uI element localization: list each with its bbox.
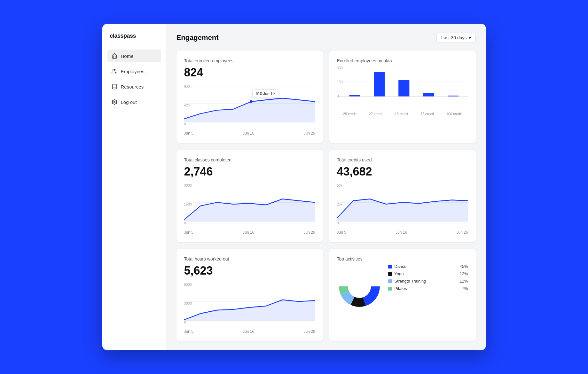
legend-dot-dance bbox=[388, 265, 392, 269]
main-header: Engagement Last 30 days ▾ bbox=[176, 33, 476, 43]
card-enrolled-employees-title: Total enrolled employees bbox=[184, 58, 315, 63]
x-label-jun5: Jun 5 bbox=[184, 131, 193, 136]
credits-chart bbox=[337, 183, 468, 228]
date-filter-label: Last 30 days bbox=[441, 35, 466, 40]
card-hours-title: Total hours worked out bbox=[184, 256, 315, 261]
svg-point-6 bbox=[250, 100, 253, 103]
svg-point-1 bbox=[114, 101, 115, 103]
card-classes-completed: Total classes completed 2,746 3000 bbox=[176, 150, 323, 242]
chart-tooltip: 610 Jun 19 bbox=[252, 90, 278, 98]
activities-legend: Dance 45% Yoga 12% bbox=[388, 264, 468, 291]
svg-point-0 bbox=[113, 69, 114, 71]
book-icon bbox=[111, 83, 118, 90]
card-enrolled-employees: Total enrolled employees 824 610 Jun 19 bbox=[176, 51, 323, 143]
legend-label-yoga: Yoga bbox=[395, 271, 404, 276]
bar-27credit bbox=[374, 72, 385, 97]
card-by-plan-title: Enrolled employees by plan bbox=[337, 58, 468, 63]
card-enrolled-employees-value: 824 bbox=[184, 66, 315, 79]
card-classes-title: Total classes completed bbox=[184, 157, 315, 162]
card-classes-value: 2,746 bbox=[184, 165, 315, 178]
y-bar-0: 0 bbox=[337, 94, 343, 98]
x-labels-credits: Jun 5 Jun 16 Jun 26 bbox=[337, 230, 468, 235]
legend-pct-dance: 45% bbox=[459, 264, 468, 269]
sidebar-item-home-label: Home bbox=[121, 53, 134, 59]
card-enrolled-by-plan: Enrolled employees by plan bbox=[329, 51, 476, 143]
legend-dot-yoga bbox=[388, 272, 392, 276]
sidebar-item-resources-label: Resources bbox=[121, 84, 144, 90]
sidebar-item-logout[interactable]: Log out bbox=[107, 96, 161, 108]
activities-content: Dance 45% Yoga 12% bbox=[337, 264, 468, 309]
settings-icon bbox=[111, 99, 118, 105]
bar-45credit bbox=[398, 80, 409, 97]
main-content: Engagement Last 30 days ▾ Total enrolled… bbox=[166, 24, 486, 350]
x-labels-enrolled: Jun 5 Jun 16 Jun 26 bbox=[184, 131, 315, 136]
enrolled-employees-chart: 610 Jun 19 bbox=[184, 84, 315, 129]
bar-25credit bbox=[349, 95, 360, 97]
sidebar-item-home[interactable]: Home bbox=[107, 50, 161, 62]
x-labels-classes: Jun 5 Jun 16 Jun 26 bbox=[184, 230, 315, 235]
card-hours-worked: Total hours worked out 5,623 6000 bbox=[176, 249, 323, 341]
hours-chart bbox=[184, 283, 315, 327]
bar-label-27: 27 credit bbox=[369, 112, 382, 116]
legend-pct-pilates: 7% bbox=[462, 286, 468, 291]
legend-item-strength: Strength Training 11% bbox=[388, 279, 468, 284]
chevron-down-icon: ▾ bbox=[469, 35, 471, 40]
logo: classpass bbox=[107, 33, 161, 39]
sidebar: classpass Home Employees bbox=[102, 24, 166, 350]
bar-75credit bbox=[423, 93, 434, 97]
classes-chart bbox=[184, 183, 315, 228]
legend-label-pilates: Pilates bbox=[395, 286, 407, 291]
legend-label-strength: Strength Training bbox=[395, 279, 426, 284]
sidebar-item-logout-label: Log out bbox=[121, 99, 137, 105]
card-activities-title: Top activities bbox=[337, 256, 468, 261]
x-label-jun26: Jun 26 bbox=[303, 131, 315, 136]
sidebar-item-resources[interactable]: Resources bbox=[107, 80, 161, 93]
bar-label-100: 100 credit bbox=[446, 112, 462, 116]
x-label-jun16: Jun 16 bbox=[243, 131, 254, 136]
legend-label-dance: Dance bbox=[395, 264, 407, 269]
bar-chart-labels: 25 credit 27 credit 45 credit 75 credit … bbox=[337, 112, 468, 116]
card-credits-value: 43,682 bbox=[337, 165, 468, 178]
legend-item-dance: Dance 45% bbox=[388, 264, 468, 269]
employees-icon bbox=[111, 68, 118, 74]
card-credits-title: Total credits used bbox=[337, 157, 468, 162]
donut-chart bbox=[337, 264, 382, 309]
legend-pct-strength: 11% bbox=[459, 279, 468, 284]
bar-label-75: 75 credit bbox=[420, 112, 434, 116]
bar-label-45: 45 credit bbox=[395, 112, 408, 116]
card-top-activities: Top activities bbox=[329, 249, 476, 341]
cards-grid: Total enrolled employees 824 610 Jun 19 bbox=[176, 51, 476, 341]
bar-label-25: 25 credit bbox=[343, 112, 357, 116]
home-icon bbox=[111, 53, 118, 59]
card-credits-used: Total credits used 43,682 50k bbox=[329, 150, 476, 242]
date-filter-button[interactable]: Last 30 days ▾ bbox=[436, 33, 475, 43]
x-labels-hours: Jun 5 Jun 16 Jun 26 bbox=[184, 329, 315, 334]
card-hours-value: 5,623 bbox=[184, 264, 315, 277]
y-bar-150: 150 bbox=[337, 80, 343, 84]
page-title: Engagement bbox=[176, 34, 219, 42]
legend-item-yoga: Yoga 12% bbox=[388, 271, 468, 276]
y-bar-300: 300 bbox=[337, 66, 343, 70]
legend-item-pilates: Pilates 7% bbox=[388, 286, 468, 291]
sidebar-item-employees-label: Employees bbox=[121, 69, 145, 74]
sidebar-item-employees[interactable]: Employees bbox=[107, 65, 161, 78]
legend-dot-pilates bbox=[388, 287, 392, 291]
legend-pct-yoga: 12% bbox=[459, 271, 468, 276]
bar-chart-svg bbox=[337, 66, 468, 104]
legend-dot-strength bbox=[388, 279, 392, 283]
